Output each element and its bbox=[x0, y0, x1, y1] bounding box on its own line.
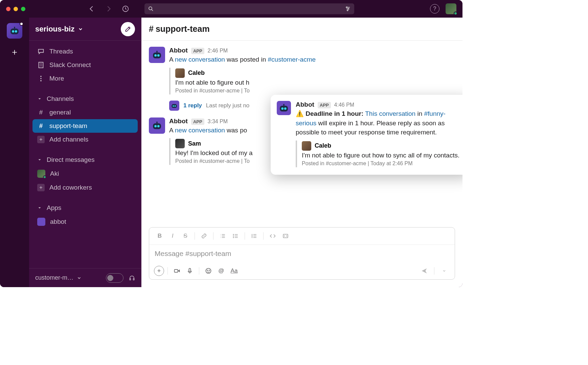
maximize-window-button[interactable] bbox=[21, 7, 25, 11]
building-icon bbox=[37, 61, 45, 69]
svg-rect-15 bbox=[153, 52, 161, 58]
ordered-list-button[interactable] bbox=[217, 231, 228, 241]
sidebar-threads-label: Threads bbox=[49, 48, 73, 55]
quoted-message[interactable]: Caleb I'm not able to figure out h Poste… bbox=[169, 68, 455, 94]
history-button[interactable] bbox=[120, 3, 131, 14]
svg-point-3 bbox=[348, 8, 349, 9]
notification-popup[interactable]: Abbot APP 4:46 PM ⚠️ Deadline in 1 hour:… bbox=[271, 95, 462, 175]
conversation-link[interactable]: new conversation bbox=[175, 127, 225, 134]
dm-label: Aki bbox=[50, 170, 59, 177]
add-channels-button[interactable]: + Add channels bbox=[29, 133, 141, 146]
workspace-switch-button[interactable] bbox=[7, 23, 22, 39]
compose-button[interactable] bbox=[121, 22, 135, 36]
sidebar-slack-connect[interactable]: Slack Connect bbox=[29, 58, 141, 72]
svg-rect-30 bbox=[175, 270, 178, 272]
audio-button[interactable] bbox=[184, 266, 196, 276]
workspace-name: serious-biz bbox=[35, 25, 74, 34]
channel-label: general bbox=[49, 109, 71, 116]
video-button[interactable] bbox=[171, 266, 183, 276]
svg-point-2 bbox=[346, 7, 347, 8]
robot-icon bbox=[151, 120, 163, 131]
blockquote-button[interactable] bbox=[248, 231, 260, 241]
add-channels-label: Add channels bbox=[49, 136, 88, 143]
codeblock-button[interactable] bbox=[280, 231, 291, 241]
channel-link[interactable]: #customer-acme bbox=[268, 56, 316, 63]
strikethrough-button[interactable]: S bbox=[180, 231, 191, 241]
message-input[interactable]: Message #support-team bbox=[149, 245, 455, 262]
svg-point-33 bbox=[207, 270, 208, 271]
svg-point-21 bbox=[175, 105, 176, 106]
nav-forward-button[interactable] bbox=[103, 3, 114, 14]
send-button[interactable] bbox=[419, 266, 430, 276]
search-input[interactable] bbox=[144, 3, 354, 14]
send-options-button[interactable] bbox=[438, 266, 450, 276]
attach-button[interactable]: + bbox=[154, 266, 164, 276]
add-coworkers-button[interactable]: + Add coworkers bbox=[29, 181, 141, 194]
sidebar-header[interactable]: serious-biz bbox=[29, 18, 141, 41]
quote-text: I'm not able to figure out h bbox=[175, 79, 455, 86]
message-timestamp: 2:46 PM bbox=[208, 48, 228, 54]
more-vertical-icon bbox=[37, 75, 45, 82]
sidebar-more[interactable]: More bbox=[29, 72, 141, 85]
svg-point-24 bbox=[157, 125, 160, 127]
minimize-window-button[interactable] bbox=[14, 7, 18, 11]
user-avatar[interactable] bbox=[446, 3, 456, 14]
popup-timestamp: 4:46 PM bbox=[334, 102, 355, 108]
app-abbot[interactable]: abbot bbox=[29, 215, 141, 229]
unordered-list-button[interactable] bbox=[230, 231, 241, 241]
window-controls bbox=[6, 7, 25, 11]
svg-point-20 bbox=[173, 105, 174, 106]
sidebar-footer[interactable]: customer-m… bbox=[29, 268, 141, 287]
app-badge: APP bbox=[191, 48, 204, 54]
huddle-toggle[interactable] bbox=[106, 273, 123, 283]
emoji-button[interactable] bbox=[203, 266, 214, 276]
sidebar-channels-heading[interactable]: Channels bbox=[29, 92, 141, 106]
sidebar-dm-heading[interactable]: Direct messages bbox=[29, 153, 141, 167]
conversation-link[interactable]: This conversation bbox=[365, 110, 415, 117]
svg-rect-8 bbox=[14, 27, 15, 28]
conversation-link[interactable]: new conversation bbox=[175, 56, 225, 63]
link-button[interactable] bbox=[198, 231, 210, 241]
channel-general[interactable]: # general bbox=[29, 106, 141, 119]
svg-rect-5 bbox=[10, 28, 19, 34]
workspace-badge bbox=[20, 22, 23, 26]
svg-point-12 bbox=[40, 80, 42, 82]
italic-button[interactable]: I bbox=[167, 231, 178, 241]
chevron-down-icon bbox=[77, 276, 82, 280]
sidebar-threads[interactable]: Threads bbox=[29, 45, 141, 58]
channel-support-team[interactable]: # support-team bbox=[32, 119, 138, 133]
help-button[interactable]: ? bbox=[430, 4, 439, 14]
code-button[interactable] bbox=[267, 231, 278, 241]
app-avatar[interactable] bbox=[149, 117, 165, 134]
svg-point-4 bbox=[347, 10, 348, 11]
svg-point-37 bbox=[284, 107, 287, 110]
app-avatar[interactable] bbox=[149, 47, 165, 63]
svg-point-27 bbox=[233, 236, 234, 236]
quote-meta: Posted in #customer-acme | To bbox=[175, 88, 455, 94]
app-window: ? ＋ serious-biz bbox=[0, 0, 462, 287]
mention-button[interactable]: @ bbox=[216, 266, 227, 276]
svg-point-6 bbox=[12, 30, 14, 33]
dm-aki[interactable]: Aki bbox=[29, 167, 141, 181]
svg-rect-31 bbox=[189, 269, 191, 272]
svg-point-36 bbox=[281, 107, 284, 110]
robot-icon bbox=[9, 25, 20, 37]
search-filter-button[interactable] bbox=[345, 6, 351, 12]
message-author[interactable]: Abbot bbox=[169, 117, 188, 125]
chevron-down-icon bbox=[78, 26, 83, 32]
nav-back-button[interactable] bbox=[86, 3, 97, 14]
app-badge: APP bbox=[191, 119, 204, 125]
robot-icon bbox=[171, 102, 178, 109]
format-toggle-button[interactable]: Aa bbox=[228, 266, 240, 276]
presence-indicator bbox=[454, 12, 457, 15]
hash-icon: # bbox=[37, 122, 45, 130]
bold-button[interactable]: B bbox=[154, 231, 165, 241]
channel-header[interactable]: #support-team bbox=[141, 18, 462, 41]
add-workspace-button[interactable]: ＋ bbox=[8, 45, 21, 58]
reply-count[interactable]: 1 reply bbox=[183, 102, 202, 109]
add-coworkers-label: Add coworkers bbox=[49, 184, 92, 191]
sidebar-apps-heading[interactable]: Apps bbox=[29, 201, 141, 215]
close-window-button[interactable] bbox=[6, 7, 10, 11]
message-author[interactable]: Abbot bbox=[169, 47, 188, 54]
caret-down-icon bbox=[37, 157, 42, 162]
